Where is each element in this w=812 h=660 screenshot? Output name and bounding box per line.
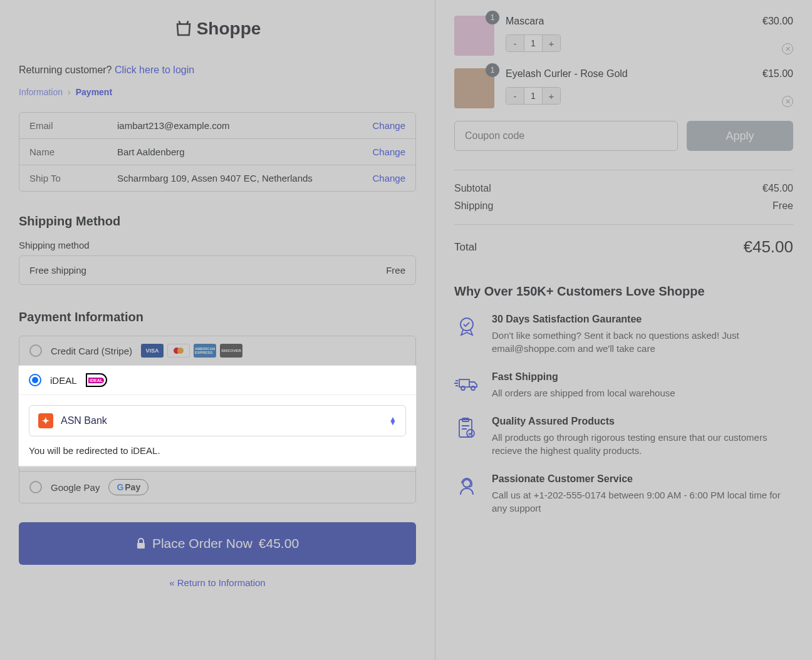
email-label: Email [29, 120, 117, 131]
quantity-stepper[interactable]: - 1 + [506, 34, 561, 52]
benefit-text: All products go through rigorous testing… [492, 431, 793, 457]
gpay-icon: G Pay [108, 479, 148, 495]
headset-icon [454, 473, 479, 498]
change-email-link[interactable]: Change [372, 120, 405, 131]
shipto-label: Ship To [29, 173, 117, 183]
apply-coupon-button[interactable]: Apply [687, 121, 793, 151]
breadcrumb-information[interactable]: Information [19, 87, 63, 97]
svg-point-1 [177, 348, 184, 354]
breadcrumb-payment: Payment [76, 87, 112, 97]
benefit-quality: Quality Assured Products All products go… [454, 416, 793, 457]
benefit-title: Passionate Customer Service [492, 473, 793, 485]
login-link[interactable]: Click here to login [115, 64, 194, 75]
radio-google-pay[interactable] [29, 481, 42, 493]
payment-option-credit-card[interactable]: Credit Card (Stripe) VISA AMERICANEXPRES… [19, 336, 415, 366]
cart-item: 1 Mascara - 1 + €30.00 ✕ [454, 16, 793, 56]
total-value: €45.00 [743, 237, 793, 257]
shop-logo: Shoppe [174, 19, 261, 39]
qty-value: 1 [524, 35, 543, 51]
email-value: iambart213@example.com [117, 120, 372, 131]
cart-item: 1 Eyelash Curler - Rose Gold - 1 + €15.0… [454, 68, 793, 108]
card-brand-icons: VISA AMERICANEXPRESS DISCOVER [141, 344, 242, 358]
qty-badge: 1 [486, 63, 499, 77]
qty-increase-button[interactable]: + [543, 35, 560, 51]
qty-increase-button[interactable]: + [543, 88, 560, 104]
product-name: Mascara [506, 16, 744, 27]
shipping-method-sublabel: Shipping method [19, 240, 416, 250]
bank-select[interactable]: ✦ ASN Bank ▲▼ [29, 405, 406, 436]
shipto-value: Scharmbarg 109, Assen 9407 EC, Netherlan… [117, 173, 372, 183]
shipping-label: Shipping [454, 200, 493, 212]
customer-info-table: Email iambart213@example.com Change Name… [19, 112, 416, 192]
clipboard-check-icon [454, 416, 479, 441]
chevron-right-icon: › [68, 87, 71, 97]
radio-ideal[interactable] [29, 374, 41, 386]
name-value: Bart Aaldenberg [117, 147, 372, 157]
place-order-button[interactable]: Place Order Now €45.00 [19, 522, 416, 565]
place-order-label: Place Order Now [152, 536, 252, 551]
discover-icon: DISCOVER [220, 344, 242, 358]
qty-decrease-button[interactable]: - [506, 88, 524, 104]
benefit-guarantee: 30 Days Satisfaction Gaurantee Don't lik… [454, 314, 793, 355]
benefit-text: All orders are shipped from local wareho… [492, 386, 675, 400]
benefit-text: Don't like something? Sent it back no qu… [492, 329, 793, 355]
benefit-title: 30 Days Satisfaction Gaurantee [492, 314, 793, 325]
asn-bank-icon: ✦ [38, 413, 53, 428]
badge-icon [454, 314, 479, 339]
benefit-title: Fast Shipping [492, 371, 675, 383]
remove-item-button[interactable]: ✕ [782, 43, 793, 54]
change-name-link[interactable]: Change [372, 147, 405, 157]
logo-text: Shoppe [197, 19, 261, 39]
svg-rect-4 [459, 379, 469, 387]
returning-customer: Returning customer? Click here to login [19, 64, 416, 76]
amex-icon: AMERICANEXPRESS [194, 344, 216, 358]
payment-option-ideal-expanded: iDEAL iDEAL ✦ ASN Bank ▲▼ You will be re… [19, 366, 416, 467]
shipping-method-cost: Free [386, 265, 405, 276]
shipping-method-heading: Shipping Method [19, 214, 416, 229]
shipping-value: Free [773, 200, 793, 212]
change-shipto-link[interactable]: Change [372, 173, 405, 183]
radio-credit-card[interactable] [29, 344, 42, 357]
remove-item-button[interactable]: ✕ [782, 96, 793, 107]
coupon-input[interactable] [454, 121, 678, 151]
ideal-label: iDEAL [50, 375, 77, 386]
payment-option-ideal[interactable]: iDEAL iDEAL [19, 366, 416, 395]
name-label: Name [29, 147, 117, 157]
payment-option-google-pay[interactable]: Google Pay G Pay [19, 472, 415, 503]
subtotal-label: Subtotal [454, 183, 491, 194]
svg-point-10 [463, 480, 471, 487]
lock-icon [136, 538, 146, 549]
benefit-text: Call us at +1-202-555-0174 between 9:00 … [492, 488, 793, 515]
svg-rect-2 [137, 543, 145, 549]
shipping-method-name: Free shipping [29, 265, 86, 276]
qty-badge: 1 [486, 11, 499, 24]
product-name: Eyelash Curler - Rose Gold [506, 68, 744, 80]
product-price: €30.00 [756, 16, 793, 27]
shipping-method-box: Free shipping Free [19, 255, 416, 285]
truck-icon [454, 371, 479, 396]
place-order-amount: €45.00 [259, 536, 299, 551]
redirect-note: You will be redirected to iDEAL. [29, 445, 406, 456]
google-pay-label: Google Pay [51, 482, 100, 493]
benefit-service: Passionate Customer Service Call us at +… [454, 473, 793, 515]
product-price: €15.00 [756, 68, 793, 80]
total-label: Total [454, 241, 477, 254]
mastercard-icon [167, 344, 190, 358]
visa-icon: VISA [141, 344, 164, 358]
subtotal-value: €45.00 [763, 183, 793, 194]
credit-card-label: Credit Card (Stripe) [51, 346, 132, 356]
quantity-stepper[interactable]: - 1 + [506, 87, 561, 105]
product-thumbnail: 1 [454, 16, 494, 56]
breadcrumb: Information › Payment [19, 87, 416, 97]
bank-name: ASN Bank [61, 415, 382, 426]
ideal-icon: iDEAL [86, 373, 107, 387]
chevron-updown-icon: ▲▼ [389, 417, 397, 425]
benefit-shipping: Fast Shipping All orders are shipped fro… [454, 371, 793, 400]
product-thumbnail: 1 [454, 68, 494, 108]
bag-icon [174, 19, 193, 38]
return-to-information-link[interactable]: « Return to Information [19, 577, 416, 588]
payment-info-heading: Payment Information [19, 310, 416, 324]
qty-value: 1 [524, 88, 543, 104]
benefit-title: Quality Assured Products [492, 416, 793, 427]
qty-decrease-button[interactable]: - [506, 35, 524, 51]
